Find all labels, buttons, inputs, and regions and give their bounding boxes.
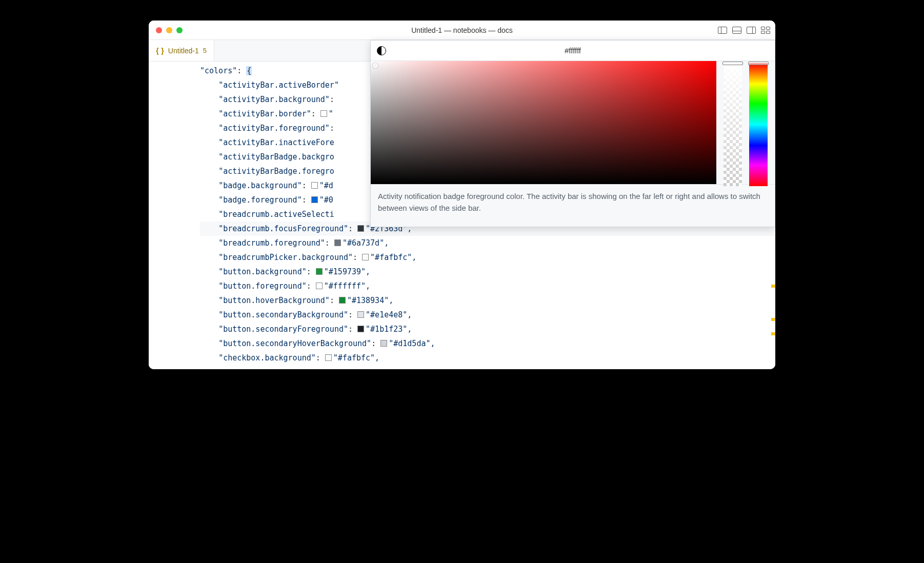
window-controls bbox=[149, 27, 183, 33]
json-key: "badge.background" bbox=[218, 181, 302, 190]
color-swatch[interactable] bbox=[339, 297, 346, 304]
customize-layout-icon[interactable] bbox=[761, 27, 770, 34]
json-value: "#d bbox=[319, 181, 333, 190]
tab-title: Untitled-1 bbox=[168, 47, 199, 55]
layout-controls bbox=[718, 27, 770, 34]
color-picker-body bbox=[371, 61, 775, 184]
json-key: "activityBar.border" bbox=[218, 109, 311, 118]
json-value: "#138934", bbox=[347, 296, 393, 305]
color-swatch[interactable] bbox=[357, 326, 364, 332]
color-description: Activity notification badge foreground c… bbox=[371, 184, 775, 227]
color-swatch[interactable] bbox=[325, 354, 332, 361]
app-window: Untitled-1 — notebooks — docs { } Untitl… bbox=[149, 21, 775, 369]
toggle-panel-icon[interactable] bbox=[732, 27, 741, 34]
code-line: "breadcrumbPicker.background": "#fafbfc"… bbox=[200, 250, 775, 265]
overview-marker bbox=[771, 318, 775, 321]
json-value: "#159739", bbox=[324, 267, 370, 276]
color-swatch[interactable] bbox=[357, 311, 364, 318]
hue-handle[interactable] bbox=[748, 62, 769, 65]
json-key: "breadcrumbPicker.background" bbox=[218, 253, 353, 262]
json-value: "#0 bbox=[319, 195, 333, 205]
color-swatch[interactable] bbox=[320, 110, 327, 117]
json-key: "activityBar.foreground" bbox=[218, 124, 330, 133]
json-value: "#fafbfc", bbox=[370, 253, 416, 262]
json-key: "activityBarBadge.backgro bbox=[218, 152, 334, 162]
json-value: "#d1d5da", bbox=[389, 339, 435, 348]
json-key: "activityBar.activeBorder" bbox=[218, 81, 339, 90]
json-key: "activityBar.background" bbox=[218, 95, 330, 104]
code-line: "button.secondaryHoverBackground": "#d1d… bbox=[200, 336, 775, 351]
code-line: "button.secondaryForeground": "#1b1f23", bbox=[200, 322, 775, 336]
color-swatch[interactable] bbox=[316, 268, 323, 275]
color-swatch[interactable] bbox=[380, 340, 387, 347]
color-swatch[interactable] bbox=[311, 182, 318, 189]
json-key: "button.foreground" bbox=[218, 282, 307, 291]
code-line: "button.secondaryBackground": "#e1e4e8", bbox=[200, 308, 775, 322]
color-swatch[interactable] bbox=[316, 283, 323, 289]
alpha-handle[interactable] bbox=[722, 62, 743, 65]
json-key: "button.secondaryHoverBackground" bbox=[218, 339, 371, 348]
json-value: " bbox=[329, 109, 333, 118]
overview-marker bbox=[771, 332, 775, 335]
editor-tab[interactable]: { } Untitled-1 5 bbox=[149, 40, 214, 61]
json-value: "#1b1f23", bbox=[366, 325, 412, 334]
json-key: "button.background" bbox=[218, 267, 307, 276]
code-line: "breadcrumb.foreground": "#6a737d", bbox=[200, 236, 775, 250]
color-swatch[interactable] bbox=[334, 239, 341, 246]
tab-problems-count: 5 bbox=[203, 47, 207, 54]
toggle-primary-sidebar-icon[interactable] bbox=[718, 27, 727, 34]
alpha-slider[interactable] bbox=[724, 63, 742, 186]
code-line: "button.hoverBackground": "#138934", bbox=[200, 293, 775, 308]
color-swatch[interactable] bbox=[311, 196, 318, 203]
minimize-icon[interactable] bbox=[166, 27, 172, 33]
toggle-secondary-sidebar-icon[interactable] bbox=[747, 27, 756, 34]
json-key: "breadcrumb.focusForeground" bbox=[218, 224, 348, 233]
titlebar: Untitled-1 — notebooks — docs bbox=[149, 21, 775, 40]
json-value: "#ffffff", bbox=[324, 282, 370, 291]
json-key: "checkbox.background" bbox=[218, 353, 316, 363]
color-picker-header: #ffffff bbox=[371, 41, 775, 61]
json-key: "activityBar.inactiveFore bbox=[218, 138, 334, 147]
code-line: "button.foreground": "#ffffff", bbox=[200, 279, 775, 293]
json-key: "button.secondaryForeground" bbox=[218, 325, 348, 334]
code-line: "checkbox.background": "#fafbfc", bbox=[200, 351, 775, 365]
json-key: "badge.foreground" bbox=[218, 195, 302, 205]
color-picker: #ffffff Activity notification badge fore… bbox=[370, 40, 775, 227]
json-value: "#6a737d", bbox=[343, 238, 389, 248]
json-key: "button.hoverBackground" bbox=[218, 296, 330, 305]
zoom-icon[interactable] bbox=[176, 27, 183, 33]
json-key: "activityBarBadge.foregro bbox=[218, 167, 334, 176]
hue-slider[interactable] bbox=[749, 63, 768, 186]
json-key: "colors" bbox=[200, 66, 237, 75]
gutter bbox=[149, 62, 179, 369]
json-key: "breadcrumb.activeSelecti bbox=[218, 210, 334, 219]
code-line: "button.background": "#159739", bbox=[200, 265, 775, 279]
saturation-cursor[interactable] bbox=[373, 63, 378, 68]
color-swatch[interactable] bbox=[357, 225, 364, 232]
json-key: "breadcrumb.foreground" bbox=[218, 238, 325, 248]
color-hex-value[interactable]: #ffffff bbox=[371, 46, 775, 55]
json-value: "#fafbfc", bbox=[333, 353, 379, 363]
window-title: Untitled-1 — notebooks — docs bbox=[149, 26, 775, 34]
color-swatch[interactable] bbox=[362, 254, 369, 260]
json-value: "#e1e4e8", bbox=[366, 310, 412, 319]
overview-marker bbox=[771, 285, 775, 288]
json-file-icon: { } bbox=[156, 46, 164, 55]
saturation-field[interactable] bbox=[371, 61, 716, 184]
json-key: "button.secondaryBackground" bbox=[218, 310, 348, 319]
close-icon[interactable] bbox=[156, 27, 162, 33]
